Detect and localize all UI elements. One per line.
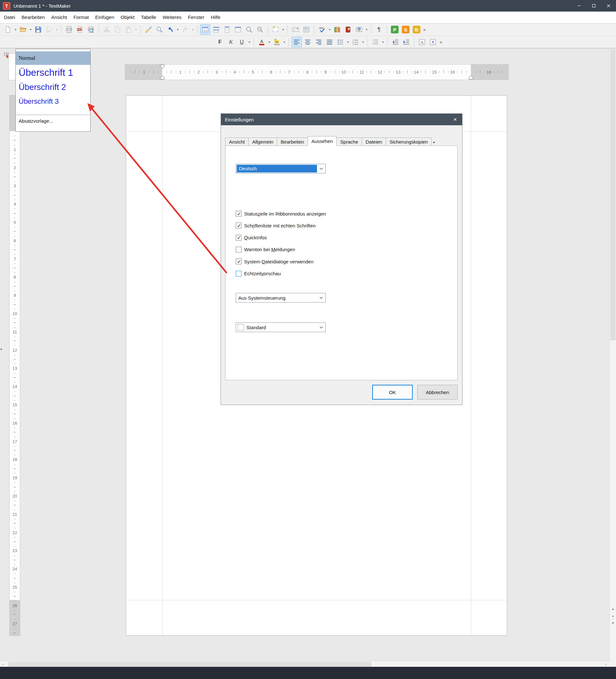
- splitter-grip[interactable]: ◂: [0, 344, 3, 354]
- vertical-scrollbar-thumb[interactable]: [611, 49, 615, 340]
- style-option-normal[interactable]: Normal: [16, 52, 90, 65]
- save-button[interactable]: [33, 24, 43, 35]
- checkbox-font-list-real-fonts[interactable]: Schriftenliste mit echten Schriften: [236, 222, 316, 229]
- vertical-scrollbar[interactable]: ▲ ● ▼: [609, 48, 616, 661]
- right-indent-marker[interactable]: [468, 75, 474, 80]
- style-option-h3[interactable]: Überschrift 3: [16, 94, 90, 108]
- cut-button[interactable]: [101, 24, 112, 35]
- spellcheck-button[interactable]: ABC: [317, 24, 327, 35]
- tab-ansicht[interactable]: Ansicht: [225, 137, 249, 146]
- highlight-caret[interactable]: ▾: [282, 37, 287, 47]
- dialog-language-combo[interactable]: Deutsch: [236, 164, 326, 173]
- background-color-combo[interactable]: Standard: [236, 322, 326, 332]
- insert-frame-button[interactable]: [270, 24, 281, 35]
- menu-format[interactable]: Format: [70, 11, 92, 23]
- checkbox-realtime-preview[interactable]: Echtzeitvorschau: [236, 270, 281, 278]
- menu-fenster[interactable]: Fenster: [185, 11, 207, 23]
- redo-caret[interactable]: ▾: [191, 25, 195, 34]
- checkbox-box[interactable]: [236, 259, 241, 264]
- tab-allgemein[interactable]: Allgemein: [248, 137, 277, 146]
- menu-weiteres[interactable]: Weiteres: [159, 11, 185, 23]
- maximize-button[interactable]: [586, 0, 601, 11]
- style-option-h2[interactable]: Überschrift 2: [16, 80, 90, 94]
- document-workspace[interactable]: T 11234567891011121314151618 12345678910…: [0, 48, 616, 667]
- new-document-button[interactable]: [3, 24, 13, 35]
- menu-hilfe[interactable]: Hilfe: [207, 11, 224, 23]
- align-center-button[interactable]: [302, 37, 313, 47]
- font-smoothing-combo[interactable]: Aus Systemsteuerung: [236, 293, 326, 302]
- outline-list-caret[interactable]: ▾: [381, 37, 385, 47]
- spellcheck-caret[interactable]: ▾: [328, 25, 332, 34]
- chevron-down-icon[interactable]: [317, 168, 325, 170]
- format-painter-button[interactable]: [143, 24, 154, 35]
- style-option-h1[interactable]: Überschrift 1: [16, 65, 90, 80]
- align-left-button[interactable]: [292, 37, 302, 47]
- horizontal-ruler[interactable]: 11234567891011121314151618: [125, 65, 509, 80]
- redo-button[interactable]: [180, 24, 190, 35]
- bullet-list-caret[interactable]: ▾: [346, 37, 350, 47]
- italic-button[interactable]: K: [226, 37, 236, 47]
- format-overflow[interactable]: »: [440, 39, 442, 45]
- thesaurus-button[interactable]: [332, 24, 343, 35]
- underline-caret[interactable]: ▾: [247, 37, 252, 47]
- chevron-down-icon[interactable]: [317, 297, 325, 299]
- style-option-command[interactable]: Absatzvorlage...: [16, 115, 90, 127]
- chevron-down-icon[interactable]: [317, 326, 325, 329]
- horizontal-scrollbar[interactable]: ‹ ›: [0, 661, 609, 667]
- horizontal-scrollbar-thumb[interactable]: [8, 662, 371, 667]
- tab-sicherungskopien[interactable]: Sicherungskopien: [386, 137, 432, 146]
- menu-einfgen[interactable]: Einfügen: [92, 11, 117, 23]
- formatting-marks-button[interactable]: ¶: [374, 24, 384, 35]
- font-color-button[interactable]: A: [257, 37, 267, 47]
- paragraph-dialog-button[interactable]: ¶: [428, 37, 438, 47]
- paste-caret[interactable]: ▾: [134, 25, 138, 34]
- tab-dateien[interactable]: Dateien: [362, 137, 386, 146]
- tabs-overflow-icon[interactable]: ▸: [433, 140, 435, 146]
- first-line-indent-marker[interactable]: [160, 65, 165, 69]
- close-button[interactable]: [601, 0, 616, 11]
- presentations-button[interactable]: S: [400, 24, 411, 35]
- open-file-caret[interactable]: ▾: [29, 25, 33, 34]
- menu-ansicht[interactable]: Ansicht: [48, 11, 70, 23]
- new-document-caret[interactable]: ▾: [13, 25, 18, 34]
- checkbox-statusbar-in-ribbon[interactable]: Statuszeile im Ribbonmodus anzeigen: [236, 210, 326, 218]
- view-multi-page-button[interactable]: [233, 24, 243, 35]
- checkbox-warning-sound[interactable]: Warnton bei Meldungen: [236, 246, 295, 253]
- paste-button[interactable]: [123, 24, 134, 35]
- tab-sprache[interactable]: Sprache: [336, 137, 362, 146]
- highlight-button[interactable]: ab: [272, 37, 282, 47]
- zoom-page-width-button[interactable]: [211, 24, 221, 35]
- zoom-original-button[interactable]: 1:1: [200, 24, 210, 35]
- align-justify-button[interactable]: [324, 37, 335, 47]
- toolbar-overflow[interactable]: »: [423, 27, 426, 32]
- previous-page-button[interactable]: ▲: [610, 606, 616, 612]
- undo-button[interactable]: [165, 24, 175, 35]
- outline-list-button[interactable]: 1a2: [370, 37, 381, 47]
- bold-button[interactable]: F: [215, 37, 225, 47]
- checkbox-system-file-dialogs[interactable]: System-Dateidialoge verwenden: [236, 258, 314, 265]
- copy-button[interactable]: [112, 24, 123, 35]
- dialog-close-button[interactable]: ✕: [448, 114, 462, 125]
- minimize-button[interactable]: [572, 0, 586, 11]
- ok-button[interactable]: OK: [372, 385, 413, 399]
- menu-tabelle[interactable]: Tabelle: [138, 11, 160, 23]
- view-single-page-button[interactable]: [222, 24, 232, 35]
- undo-caret[interactable]: ▾: [176, 25, 180, 34]
- cancel-button[interactable]: Abbrechen: [417, 385, 458, 399]
- zoom-tool-button[interactable]: [244, 24, 254, 35]
- numbered-list-button[interactable]: 123: [350, 37, 361, 47]
- print-preview-button[interactable]: [86, 24, 96, 35]
- translate-caret[interactable]: ▾: [364, 25, 369, 34]
- checkbox-quickinfos[interactable]: QuickInfos: [236, 234, 267, 241]
- zoom-level-button[interactable]: %: [255, 24, 265, 35]
- checkbox-box[interactable]: [236, 223, 241, 228]
- numbered-list-caret[interactable]: ▾: [361, 37, 365, 47]
- insert-frame-caret[interactable]: ▾: [281, 25, 285, 34]
- menu-objekt[interactable]: Objekt: [118, 11, 138, 23]
- envelope-button[interactable]: [290, 24, 301, 35]
- dictionary-button[interactable]: [343, 24, 353, 35]
- decrease-indent-button[interactable]: [390, 37, 400, 47]
- scroll-left-button[interactable]: ‹: [0, 662, 6, 667]
- save-as-button[interactable]: [44, 24, 54, 35]
- next-page-button[interactable]: ▼: [610, 620, 616, 626]
